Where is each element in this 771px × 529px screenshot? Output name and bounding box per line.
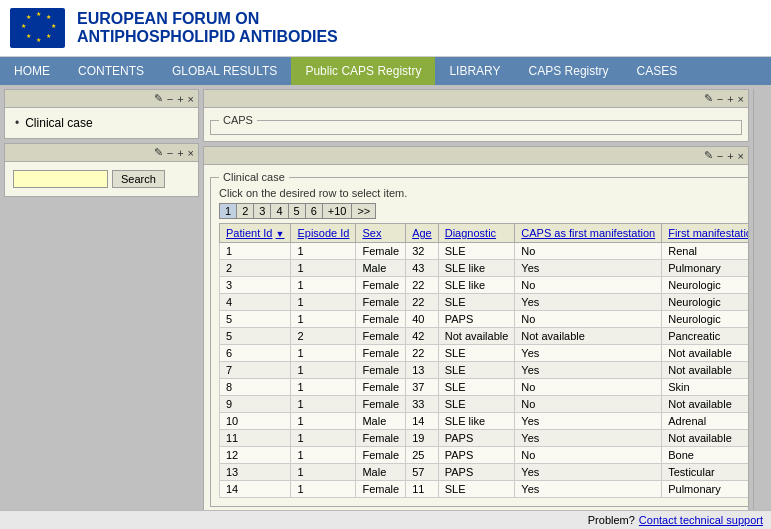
problem-text: Problem? [588, 514, 635, 526]
page-btn-4[interactable]: 4 [271, 203, 288, 219]
table-row[interactable]: 101Male14SLE likeYesAdrenal [220, 413, 749, 430]
clinical-table: Patient Id ▼ Episode Id Sex Age Diagnost… [219, 223, 748, 498]
search-input[interactable] [13, 170, 108, 188]
minus-icon2[interactable]: − [167, 147, 173, 159]
nav-item-library[interactable]: LIBRARY [435, 57, 514, 85]
bottom-bar: Problem? Contact technical support [0, 510, 771, 529]
caps-content: CAPS [204, 108, 748, 141]
bullet-icon: • [15, 116, 19, 130]
search-content: Search [5, 162, 198, 196]
caps-legend: CAPS [219, 114, 257, 126]
search-toolbar: ✎ − + × [5, 144, 198, 162]
pagination: 1 2 3 4 5 6 +10 >> [219, 203, 748, 219]
table-row[interactable]: 81Female37SLENoSkin [220, 379, 749, 396]
left-panels: ✎ − + × • Clinical case ✎ − + × [4, 89, 199, 514]
header-title-line1: EUROPEAN FORUM ON [77, 10, 338, 28]
nav-item-home[interactable]: HOME [0, 57, 64, 85]
caps-toolbar: ✎ − + × [204, 90, 748, 108]
nav-item-cases[interactable]: CASES [623, 57, 692, 85]
search-button[interactable]: Search [112, 170, 165, 188]
clinical-case-toolbar: ✎ − + × [5, 90, 198, 108]
nav-item-global-results[interactable]: GLOBAL RESULTS [158, 57, 291, 85]
scrollbar[interactable] [753, 89, 767, 514]
clinical-table-toolbar: ✎ − + × [204, 147, 748, 165]
col-diagnostic[interactable]: Diagnostic [438, 224, 515, 243]
table-row[interactable]: 111Female19PAPSYesNot available [220, 430, 749, 447]
header-text: EUROPEAN FORUM ON ANTIPHOSPHOLIPID ANTIB… [77, 10, 338, 46]
nav-item-caps-registry[interactable]: CAPS Registry [515, 57, 623, 85]
table-row[interactable]: 71Female13SLEYesNot available [220, 362, 749, 379]
caps-fieldset: CAPS [210, 114, 742, 135]
contact-support-link[interactable]: Contact technical support [639, 514, 763, 526]
page-btn-next[interactable]: >> [352, 203, 376, 219]
page-btn-1[interactable]: 1 [219, 203, 237, 219]
page-btn-plus10[interactable]: +10 [323, 203, 353, 219]
clinical-table-content: Clinical case Click on the desired row t… [204, 165, 748, 513]
page-btn-5[interactable]: 5 [289, 203, 306, 219]
page-btn-2[interactable]: 2 [237, 203, 254, 219]
minus-icon[interactable]: − [167, 93, 173, 105]
main-area: ✎ − + × • Clinical case ✎ − + × [0, 85, 771, 518]
minus-icon4[interactable]: − [717, 150, 723, 162]
svg-text:★: ★ [50, 23, 55, 29]
table-row[interactable]: 31Female22SLE likeNoNeurologic [220, 277, 749, 294]
table-row[interactable]: 21Male43SLE likeYesPulmonary [220, 260, 749, 277]
table-row[interactable]: 91Female33SLENoNot available [220, 396, 749, 413]
clinical-table-panel: ✎ − + × Clinical case Click on the desir… [203, 146, 749, 514]
plus-icon2[interactable]: + [177, 147, 183, 159]
col-sex[interactable]: Sex [356, 224, 406, 243]
nav-item-contents[interactable]: CONTENTS [64, 57, 158, 85]
col-first-manif[interactable]: First manifestation [662, 224, 748, 243]
svg-text:★: ★ [35, 37, 40, 43]
plus-icon3[interactable]: + [727, 93, 733, 105]
header-title-line2: ANTIPHOSPHOLIPID ANTIBODIES [77, 28, 338, 46]
click-instruction: Click on the desired row to select item. [219, 187, 748, 199]
svg-text:★: ★ [25, 14, 30, 20]
table-row[interactable]: 141Female11SLEYesPulmonary [220, 481, 749, 498]
caps-panel: ✎ − + × CAPS [203, 89, 749, 142]
svg-text:★: ★ [45, 33, 50, 39]
clinical-case-label: Clinical case [25, 116, 92, 130]
clinical-case-content: • Clinical case [5, 108, 198, 138]
clinical-table-legend: Clinical case [219, 171, 289, 183]
edit-icon[interactable]: ✎ [154, 92, 163, 105]
table-wrapper: Patient Id ▼ Episode Id Sex Age Diagnost… [219, 223, 748, 500]
edit-icon3[interactable]: ✎ [704, 92, 713, 105]
page-btn-6[interactable]: 6 [306, 203, 323, 219]
close-icon3[interactable]: × [738, 93, 744, 105]
table-row[interactable]: 61Female22SLEYesNot available [220, 345, 749, 362]
eu-flag: ★ ★ ★ ★ ★ ★ ★ ★ [10, 8, 65, 48]
nav-bar: HOME CONTENTS GLOBAL RESULTS Public CAPS… [0, 57, 771, 85]
close-icon2[interactable]: × [188, 147, 194, 159]
table-row[interactable]: 121Female25PAPSNoBone [220, 447, 749, 464]
clinical-case-panel: ✎ − + × • Clinical case [4, 89, 199, 139]
header: ★ ★ ★ ★ ★ ★ ★ ★ EUROPEAN FORUM ON ANTIPH… [0, 0, 771, 57]
close-icon[interactable]: × [188, 93, 194, 105]
right-area: ✎ − + × CAPS ✎ − + × Clinical case [203, 89, 749, 514]
svg-text:★: ★ [35, 11, 40, 17]
plus-icon[interactable]: + [177, 93, 183, 105]
table-row[interactable]: 131Male57PAPSYesTesticular [220, 464, 749, 481]
svg-text:★: ★ [25, 33, 30, 39]
table-row[interactable]: 51Female40PAPSNoNeurologic [220, 311, 749, 328]
search-panel: ✎ − + × Search [4, 143, 199, 197]
table-row[interactable]: 41Female22SLEYesNeurologic [220, 294, 749, 311]
edit-icon4[interactable]: ✎ [704, 149, 713, 162]
table-row[interactable]: 11Female32SLENoRenal [220, 243, 749, 260]
col-patient-id[interactable]: Patient Id ▼ [220, 224, 291, 243]
plus-icon4[interactable]: + [727, 150, 733, 162]
clinical-table-fieldset: Clinical case Click on the desired row t… [210, 171, 748, 507]
edit-icon2[interactable]: ✎ [154, 146, 163, 159]
col-age[interactable]: Age [406, 224, 439, 243]
table-row[interactable]: 52Female42Not availableNot availablePanc… [220, 328, 749, 345]
minus-icon3[interactable]: − [717, 93, 723, 105]
svg-text:★: ★ [45, 14, 50, 20]
svg-text:★: ★ [20, 23, 25, 29]
nav-item-public-caps[interactable]: Public CAPS Registry [291, 57, 435, 85]
close-icon4[interactable]: × [738, 150, 744, 162]
clinical-case-item[interactable]: • Clinical case [15, 116, 188, 130]
eu-flag-svg: ★ ★ ★ ★ ★ ★ ★ ★ [13, 10, 63, 46]
col-episode-id[interactable]: Episode Id [291, 224, 356, 243]
col-caps-first[interactable]: CAPS as first manifestation [515, 224, 662, 243]
page-btn-3[interactable]: 3 [254, 203, 271, 219]
